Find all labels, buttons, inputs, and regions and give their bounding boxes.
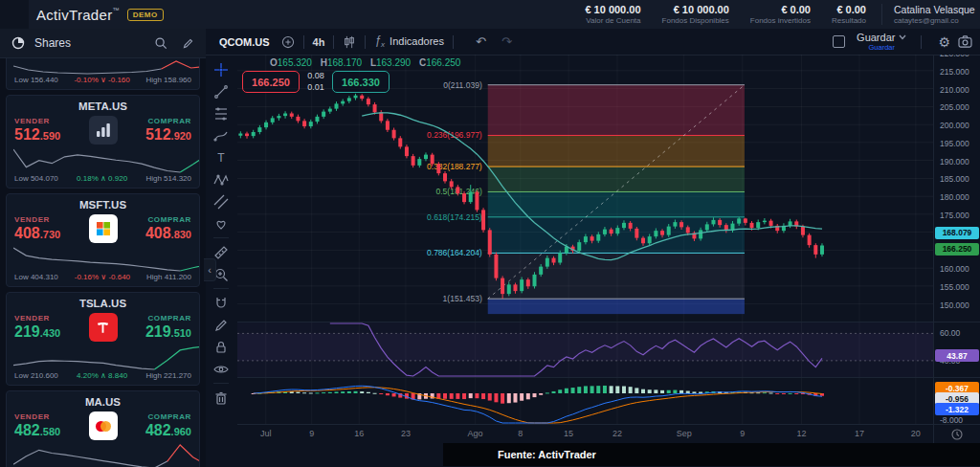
watchlist-item-ma[interactable]: MA.US VENDER 482.580 COMPRAR 482.960 Low… bbox=[6, 390, 200, 467]
time-axis-label: Ago bbox=[466, 429, 485, 438]
favorites-heart-icon[interactable] bbox=[210, 212, 233, 234]
fibonacci-tool-icon[interactable] bbox=[210, 102, 233, 124]
rsi-indicator-pane[interactable] bbox=[237, 322, 933, 377]
buy-price-button[interactable]: 166.330 bbox=[332, 71, 390, 93]
time-axis-label: 20 bbox=[906, 429, 925, 438]
high-value: High 158.960 bbox=[145, 76, 191, 84]
watchlist-header: Shares bbox=[0, 29, 206, 58]
sell-button[interactable]: VENDER 219.430 bbox=[14, 315, 60, 340]
high-value: High 514.320 bbox=[145, 174, 191, 183]
indicators-button[interactable]: ƒx Indicadores bbox=[374, 33, 444, 49]
settings-gear-icon[interactable]: ⚙ bbox=[938, 34, 950, 50]
high-value: High 221.270 bbox=[145, 371, 191, 380]
user-name: Catalina Velasque bbox=[894, 4, 980, 16]
svg-text:0.236(196.977): 0.236(196.977) bbox=[427, 130, 482, 140]
buy-button[interactable]: COMPRAR 512.920 bbox=[145, 118, 191, 143]
delete-drawings-trash-icon[interactable] bbox=[210, 387, 233, 409]
drawing-mode-pencil-icon[interactable] bbox=[210, 314, 233, 336]
symbol-name: TSLA.US bbox=[7, 293, 199, 309]
account-metrics: € 10 000.00Valor de Cuenta € 10 000.00Fo… bbox=[585, 4, 866, 25]
time-axis-label: 15 bbox=[559, 429, 578, 438]
save-sub-label: Guardar bbox=[857, 44, 906, 52]
watchlist-item-meta[interactable]: META.US VENDER 512.590 COMPRAR 512.920 L… bbox=[6, 95, 200, 189]
svg-text:0.786(164.204): 0.786(164.204) bbox=[427, 248, 482, 257]
symbol-name: MSFT.US bbox=[7, 194, 199, 211]
symbol-name: MA.US bbox=[7, 391, 199, 408]
source-bar: Fuente: ActivTrader bbox=[443, 443, 980, 466]
buy-button[interactable]: COMPRAR 219.510 bbox=[145, 315, 191, 340]
sidebar-collapse-handle[interactable]: ‹ bbox=[204, 258, 216, 281]
chart-symbol-tab[interactable]: QCOM.US bbox=[219, 36, 270, 48]
search-icon[interactable] bbox=[152, 34, 169, 52]
time-axis-label: 9 bbox=[733, 429, 752, 438]
lock-drawings-icon[interactable] bbox=[210, 336, 233, 358]
edit-watchlist-icon[interactable] bbox=[179, 34, 196, 52]
price-axis[interactable]: 220.000215.000210.000205.000200.000195.0… bbox=[933, 55, 980, 443]
hide-drawings-eye-icon[interactable] bbox=[210, 358, 233, 380]
time-axis-label: 12 bbox=[792, 429, 812, 438]
camera-snapshot-icon[interactable] bbox=[958, 35, 972, 48]
watchlist-item-msft[interactable]: MSFT.US VENDER 408.730 COMPRAR 408.830 L… bbox=[6, 193, 200, 287]
metric-account-value: € 10 000.00Valor de Cuenta bbox=[585, 4, 640, 25]
chart-type-icon[interactable] bbox=[343, 35, 356, 49]
watchlist-title: Shares bbox=[34, 36, 71, 50]
price-tick: 150.000 bbox=[940, 300, 969, 310]
chart-toolbar: QCOM.US 4h ƒx Indicadores ↶ ↷ Guardar Gu… bbox=[206, 29, 980, 56]
time-axis-label: 8 bbox=[511, 429, 530, 438]
change-value: -0.16% ∨ -0.640 bbox=[75, 273, 130, 281]
time-axis-label: 16 bbox=[349, 429, 368, 438]
mastercard-logo-icon bbox=[89, 411, 118, 440]
symbol-name: META.US bbox=[7, 96, 199, 112]
watchlist-item-tsla[interactable]: TSLA.US VENDER 219.430 COMPRAR 219.510 L… bbox=[6, 292, 200, 386]
price-tick: 195.000 bbox=[940, 139, 969, 148]
sparkline bbox=[13, 59, 200, 76]
price-tick: 215.000 bbox=[940, 67, 969, 77]
candlestick-chart[interactable]: 0(211.039)0.236(196.977)0.382(188.277)0.… bbox=[237, 55, 933, 443]
save-button[interactable]: Guardar Guardar bbox=[857, 33, 906, 52]
buy-button[interactable]: COMPRAR 482.960 bbox=[145, 413, 191, 438]
text-tool-icon[interactable]: T bbox=[210, 146, 233, 168]
channel-tool-icon[interactable] bbox=[210, 190, 233, 212]
low-value: Low 404.310 bbox=[14, 273, 58, 281]
sell-button[interactable]: VENDER 512.590 bbox=[14, 118, 60, 143]
chart-panel: ‹ QCOM.US 4h ƒx Indicadores ↶ ↷ Guardar … bbox=[206, 29, 980, 467]
svg-text:0.382(188.277): 0.382(188.277) bbox=[427, 162, 482, 171]
price-tick: 155.000 bbox=[940, 282, 969, 292]
sell-button[interactable]: VENDER 408.730 bbox=[14, 216, 60, 241]
sell-price-button[interactable]: 166.250 bbox=[242, 71, 300, 93]
brush-tool-icon[interactable] bbox=[210, 124, 233, 146]
buy-button[interactable]: COMPRAR 408.830 bbox=[145, 216, 191, 241]
drawing-toolbar: T bbox=[206, 55, 236, 447]
save-layout-checkbox[interactable] bbox=[833, 35, 845, 48]
crosshair-tool-icon[interactable] bbox=[210, 58, 233, 80]
low-value: Low 210.600 bbox=[14, 371, 58, 380]
trendline-tool-icon[interactable] bbox=[210, 80, 233, 102]
xabcd-pattern-tool-icon[interactable] bbox=[210, 168, 233, 190]
sparkline bbox=[13, 246, 200, 273]
add-symbol-icon[interactable] bbox=[281, 35, 295, 49]
axis-clock-icon[interactable] bbox=[951, 427, 963, 443]
user-menu[interactable]: Catalina Velasque cataytes@gmail.co bbox=[881, 4, 980, 25]
watchlist-item-partial[interactable]: Low 156.440 -0.10% ∨ -0.160 High 158.960 bbox=[6, 58, 200, 90]
sparkline bbox=[13, 147, 200, 174]
low-value: Low 156.440 bbox=[14, 76, 58, 84]
macd-indicator-pane[interactable] bbox=[237, 377, 933, 424]
price-tick: 185.000 bbox=[940, 174, 969, 184]
bid-ask-widget: 166.250 0.08 0.01 166.330 bbox=[242, 71, 390, 93]
main-price-pane[interactable]: 0(211.039)0.236(196.977)0.382(188.277)0.… bbox=[237, 55, 933, 322]
redo-icon[interactable]: ↷ bbox=[501, 34, 512, 49]
sell-button[interactable]: VENDER 482.580 bbox=[14, 413, 60, 438]
sparkline bbox=[13, 345, 200, 371]
pie-chart-icon bbox=[10, 34, 27, 52]
price-tick: 205.000 bbox=[940, 102, 969, 112]
time-axis-label: 22 bbox=[608, 429, 627, 438]
undo-icon[interactable]: ↶ bbox=[476, 34, 486, 49]
time-axis[interactable]: Jul91623Ago81522Sep9121720 bbox=[237, 424, 933, 444]
tesla-logo-icon bbox=[89, 313, 118, 342]
top-bar: ActivTrader™ DEMO € 10 000.00Valor de Cu… bbox=[0, 0, 980, 29]
change-value: 0.18% ∧ 0.920 bbox=[77, 174, 127, 183]
timeframe-selector[interactable]: 4h bbox=[313, 36, 325, 48]
magnet-tool-icon[interactable] bbox=[210, 292, 233, 314]
change-value: 4.20% ∧ 8.840 bbox=[77, 371, 127, 380]
price-tick: 210.000 bbox=[940, 85, 969, 95]
